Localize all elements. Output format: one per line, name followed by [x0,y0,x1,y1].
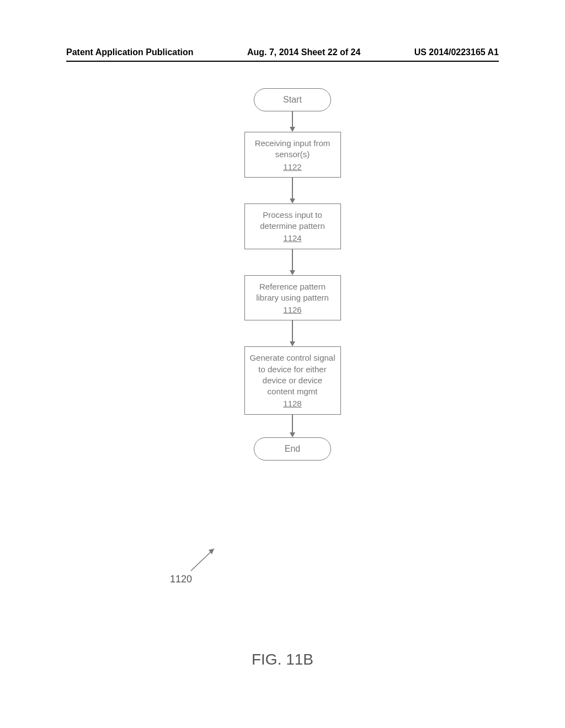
flowchart: Start Receiving input from sensor(s) 112… [237,88,348,461]
process-step-2: Process input to determine pattern 1124 [244,204,341,249]
end-terminator: End [254,437,331,461]
arrow-icon [290,178,295,204]
start-terminator: Start [254,88,331,111]
arrow-icon [290,111,295,132]
process-step-4: Generate control signal to device for ei… [244,346,341,414]
step-text: Process input to determine pattern [249,210,336,232]
step-ref: 1122 [283,162,301,173]
header-right: US 2014/0223165 A1 [414,47,499,57]
arrow-icon [290,249,295,275]
reference-pointer: 1120 [170,540,236,590]
pointer-label: 1120 [170,574,192,585]
step-ref: 1126 [283,304,301,315]
step-ref: 1124 [283,233,301,244]
step-ref: 1128 [283,398,301,409]
end-label: End [285,444,300,454]
process-step-1: Receiving input from sensor(s) 1122 [244,132,341,178]
process-step-3: Reference pattern library using pattern … [244,275,341,321]
arrow-icon [290,415,295,437]
figure-caption: FIG. 11B [0,651,565,668]
header-center: Aug. 7, 2014 Sheet 22 of 24 [247,47,360,57]
page-header: Patent Application Publication Aug. 7, 2… [66,47,499,57]
start-label: Start [283,95,302,105]
header-rule [66,61,499,62]
header-left: Patent Application Publication [66,47,194,57]
arrow-icon [290,320,295,346]
step-text: Reference pattern library using pattern [249,281,336,304]
step-text: Receiving input from sensor(s) [249,138,336,160]
step-text: Generate control signal to device for ei… [249,352,336,397]
